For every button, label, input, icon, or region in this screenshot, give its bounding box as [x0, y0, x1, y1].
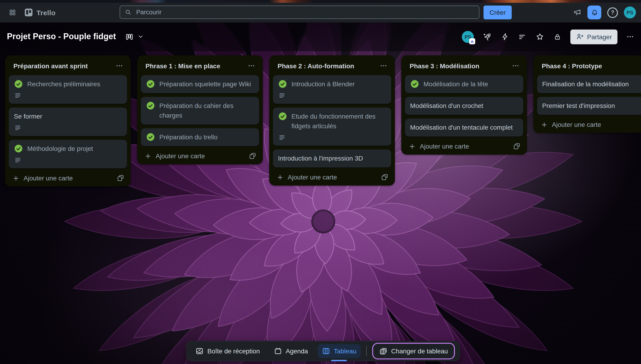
list-title[interactable]: Phase 3 : Modélisation [410, 62, 511, 70]
card[interactable]: Finalisation de la modélisation [537, 75, 641, 93]
card-container: Recherches préliminaires Se former Métho… [9, 75, 127, 168]
announcements-icon[interactable] [573, 8, 581, 16]
card[interactable]: Modélisation de la tête [405, 75, 523, 93]
visibility-lock-icon[interactable] [553, 32, 562, 41]
board-menu-icon[interactable] [626, 33, 634, 40]
top-navigation-bar: Trello Créer ? PS [0, 3, 641, 22]
card-title: Introduction à l'impression 3D [278, 154, 363, 163]
chevron-down-icon [138, 34, 144, 40]
add-member-icon [576, 33, 584, 40]
trello-home-button[interactable]: Trello [22, 8, 57, 17]
list-3: Phase 3 : Modélisation Modélisation de l… [401, 55, 527, 154]
card[interactable]: Introduction à Blender [273, 75, 391, 104]
notifications-button[interactable] [587, 6, 601, 20]
completed-check-icon[interactable] [278, 79, 287, 88]
star-icon[interactable] [535, 32, 545, 41]
card[interactable]: Introduction à l'impression 3D [273, 150, 391, 168]
description-icon [14, 157, 122, 163]
trello-app-window: Trello Créer ? PS Projet Perso - Pouple … [0, 0, 641, 364]
list-title[interactable]: Préparation avant sprint [14, 62, 115, 70]
add-card-button[interactable]: Ajouter une carte [9, 172, 127, 183]
user-avatar[interactable]: PS [624, 6, 636, 18]
completed-check-icon[interactable] [146, 132, 155, 142]
bottom-tab-label: Boîte de réception [207, 348, 260, 355]
share-button[interactable]: Partager [571, 29, 617, 44]
card[interactable]: Modélisation d'un tentacule complet [405, 118, 523, 136]
completed-check-icon[interactable] [146, 101, 155, 110]
board-header: Projet Perso - Pouple fidget PS Partager [0, 22, 641, 51]
add-card-button[interactable]: Ajouter une carte [405, 140, 523, 151]
add-card-button[interactable]: Ajouter une carte [273, 171, 391, 182]
app-grid-icon [9, 9, 16, 16]
card[interactable]: Préparation squelette page Wiki [141, 75, 259, 93]
admin-badge [469, 38, 475, 44]
completed-check-icon[interactable] [14, 79, 23, 88]
list-menu-icon[interactable] [115, 61, 124, 70]
list-title[interactable]: Phase 2 : Auto-formation [277, 62, 379, 70]
card-container: Modélisation de la tête Modélisation d'u… [405, 75, 523, 136]
view-switcher[interactable] [125, 32, 144, 41]
bottom-tab-board[interactable]: Tableau [318, 344, 361, 358]
board-view-icon [125, 32, 133, 41]
list-2: Phase 2 : Auto-formation Introduction à … [269, 55, 395, 186]
description-icon [14, 93, 122, 99]
inbox-icon [195, 347, 204, 355]
card-title: Se former [14, 112, 42, 121]
card[interactable]: Préparation du cahier des charges [141, 97, 259, 124]
card-title: Préparation du trello [159, 132, 217, 142]
create-from-template-icon[interactable] [513, 142, 520, 150]
search-bar[interactable] [120, 6, 479, 19]
completed-check-icon[interactable] [410, 79, 419, 88]
card-title: Préparation squelette page Wiki [159, 79, 251, 89]
card-title: Finalisation de la modélisation [542, 79, 629, 89]
create-from-template-icon[interactable] [381, 174, 388, 181]
bottom-tab-label: Changer de tableau [391, 348, 448, 355]
board-member-avatar[interactable]: PS [462, 31, 474, 43]
plus-icon [541, 121, 548, 128]
list-title[interactable]: Phase 4 : Prototype [542, 62, 641, 70]
bottom-tab-label: Tableau [334, 348, 357, 355]
card[interactable]: Méthodologie de projet [9, 140, 127, 168]
bottom-tab-label: Agenda [286, 348, 308, 355]
app-switcher-button[interactable] [6, 6, 19, 19]
completed-check-icon[interactable] [14, 144, 23, 153]
list-menu-icon[interactable] [511, 61, 520, 70]
card[interactable]: Préparation du trello [141, 128, 259, 146]
filter-icon[interactable] [518, 32, 527, 41]
card-container: Préparation squelette page Wiki Préparat… [141, 75, 259, 146]
card[interactable]: Premier test d'impression [537, 97, 641, 115]
bottom-tab-calendar[interactable]: Agenda [269, 344, 312, 358]
completed-check-icon[interactable] [278, 112, 287, 121]
card[interactable]: Etude du fonctionnement des fidgets arti… [273, 108, 391, 146]
card-title: Etude du fonctionnement des fidgets arti… [291, 112, 386, 131]
search-input[interactable] [135, 8, 474, 16]
add-card-button[interactable]: Ajouter une carte [141, 150, 259, 160]
card-title: Méthodologie de projet [27, 144, 93, 154]
add-card-button[interactable]: Ajouter une carte [537, 118, 641, 129]
create-button[interactable]: Créer [484, 6, 512, 20]
board-canvas: Préparation avant sprint Recherches prél… [0, 51, 641, 364]
card-title: Modélisation d'un crochet [410, 101, 483, 111]
bottom-view-bar: Boîte de réceptionAgendaTableauChanger d… [186, 341, 460, 361]
card-container: Finalisation de la modélisation Premier … [537, 75, 641, 115]
completed-check-icon[interactable] [146, 79, 155, 88]
create-from-template-icon[interactable] [117, 174, 124, 182]
card[interactable]: Modélisation d'un crochet [405, 97, 523, 115]
board-title[interactable]: Projet Perso - Pouple fidget [7, 32, 116, 42]
bottom-tab-board-switch[interactable]: Changer de tableau [372, 343, 455, 360]
list-menu-icon[interactable] [247, 61, 256, 70]
card[interactable]: Se former [9, 108, 127, 136]
description-icon [278, 93, 386, 99]
power-ups-rocket-icon[interactable] [483, 32, 492, 41]
bottom-tab-inbox[interactable]: Boîte de réception [191, 344, 264, 358]
help-button[interactable]: ? [607, 7, 618, 18]
card[interactable]: Recherches préliminaires [9, 75, 127, 104]
create-from-template-icon[interactable] [249, 152, 256, 160]
trello-logo-icon [24, 8, 33, 17]
list-menu-icon[interactable] [379, 61, 388, 70]
list-title[interactable]: Phrase 1 : Mise en place [145, 62, 247, 70]
plus-icon [145, 152, 151, 160]
automation-lightning-icon[interactable] [501, 32, 510, 41]
list-1: Phrase 1 : Mise en place Préparation squ… [137, 55, 263, 164]
calendar-icon [274, 347, 282, 355]
